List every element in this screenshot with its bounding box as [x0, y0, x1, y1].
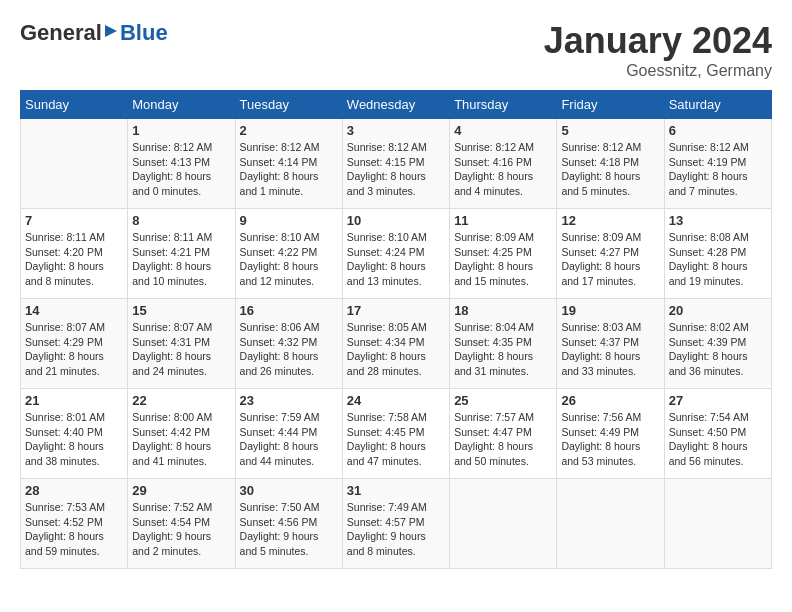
day-number: 20 — [669, 303, 767, 318]
calendar-cell: 2Sunrise: 8:12 AMSunset: 4:14 PMDaylight… — [235, 119, 342, 209]
day-number: 7 — [25, 213, 123, 228]
calendar-cell: 27Sunrise: 7:54 AMSunset: 4:50 PMDayligh… — [664, 389, 771, 479]
day-number: 18 — [454, 303, 552, 318]
day-number: 3 — [347, 123, 445, 138]
day-info: Sunrise: 8:00 AMSunset: 4:42 PMDaylight:… — [132, 411, 212, 467]
logo: General Blue — [20, 20, 168, 46]
calendar-cell: 20Sunrise: 8:02 AMSunset: 4:39 PMDayligh… — [664, 299, 771, 389]
day-info: Sunrise: 7:58 AMSunset: 4:45 PMDaylight:… — [347, 411, 427, 467]
weekday-header-row: SundayMondayTuesdayWednesdayThursdayFrid… — [21, 91, 772, 119]
day-number: 22 — [132, 393, 230, 408]
calendar-cell: 15Sunrise: 8:07 AMSunset: 4:31 PMDayligh… — [128, 299, 235, 389]
day-info: Sunrise: 8:01 AMSunset: 4:40 PMDaylight:… — [25, 411, 105, 467]
calendar-week-row: 14Sunrise: 8:07 AMSunset: 4:29 PMDayligh… — [21, 299, 772, 389]
day-number: 27 — [669, 393, 767, 408]
day-number: 19 — [561, 303, 659, 318]
weekday-header-saturday: Saturday — [664, 91, 771, 119]
calendar-cell: 7Sunrise: 8:11 AMSunset: 4:20 PMDaylight… — [21, 209, 128, 299]
day-number: 11 — [454, 213, 552, 228]
day-info: Sunrise: 7:59 AMSunset: 4:44 PMDaylight:… — [240, 411, 320, 467]
weekday-header-sunday: Sunday — [21, 91, 128, 119]
day-info: Sunrise: 7:53 AMSunset: 4:52 PMDaylight:… — [25, 501, 105, 557]
calendar-cell: 14Sunrise: 8:07 AMSunset: 4:29 PMDayligh… — [21, 299, 128, 389]
calendar-week-row: 7Sunrise: 8:11 AMSunset: 4:20 PMDaylight… — [21, 209, 772, 299]
day-info: Sunrise: 8:03 AMSunset: 4:37 PMDaylight:… — [561, 321, 641, 377]
calendar-cell: 13Sunrise: 8:08 AMSunset: 4:28 PMDayligh… — [664, 209, 771, 299]
day-number: 28 — [25, 483, 123, 498]
logo-general-text: General — [20, 20, 102, 46]
calendar-cell: 21Sunrise: 8:01 AMSunset: 4:40 PMDayligh… — [21, 389, 128, 479]
day-number: 6 — [669, 123, 767, 138]
day-info: Sunrise: 7:57 AMSunset: 4:47 PMDaylight:… — [454, 411, 534, 467]
calendar-header: SundayMondayTuesdayWednesdayThursdayFrid… — [21, 91, 772, 119]
calendar-cell: 24Sunrise: 7:58 AMSunset: 4:45 PMDayligh… — [342, 389, 449, 479]
day-info: Sunrise: 8:12 AMSunset: 4:15 PMDaylight:… — [347, 141, 427, 197]
calendar-cell: 16Sunrise: 8:06 AMSunset: 4:32 PMDayligh… — [235, 299, 342, 389]
weekday-header-friday: Friday — [557, 91, 664, 119]
weekday-header-monday: Monday — [128, 91, 235, 119]
svg-marker-0 — [105, 25, 117, 37]
calendar-cell: 30Sunrise: 7:50 AMSunset: 4:56 PMDayligh… — [235, 479, 342, 569]
day-number: 31 — [347, 483, 445, 498]
title-block: January 2024 Goessnitz, Germany — [544, 20, 772, 80]
day-info: Sunrise: 8:11 AMSunset: 4:20 PMDaylight:… — [25, 231, 105, 287]
calendar-body: 1Sunrise: 8:12 AMSunset: 4:13 PMDaylight… — [21, 119, 772, 569]
day-number: 9 — [240, 213, 338, 228]
day-number: 26 — [561, 393, 659, 408]
day-info: Sunrise: 8:04 AMSunset: 4:35 PMDaylight:… — [454, 321, 534, 377]
weekday-header-thursday: Thursday — [450, 91, 557, 119]
day-info: Sunrise: 8:12 AMSunset: 4:16 PMDaylight:… — [454, 141, 534, 197]
calendar-cell: 1Sunrise: 8:12 AMSunset: 4:13 PMDaylight… — [128, 119, 235, 209]
day-info: Sunrise: 8:09 AMSunset: 4:27 PMDaylight:… — [561, 231, 641, 287]
day-info: Sunrise: 8:11 AMSunset: 4:21 PMDaylight:… — [132, 231, 212, 287]
calendar-cell: 25Sunrise: 7:57 AMSunset: 4:47 PMDayligh… — [450, 389, 557, 479]
day-number: 14 — [25, 303, 123, 318]
calendar-cell: 11Sunrise: 8:09 AMSunset: 4:25 PMDayligh… — [450, 209, 557, 299]
day-info: Sunrise: 8:10 AMSunset: 4:24 PMDaylight:… — [347, 231, 427, 287]
logo-blue-text: Blue — [120, 20, 168, 46]
month-title: January 2024 — [544, 20, 772, 62]
location-text: Goessnitz, Germany — [544, 62, 772, 80]
calendar-week-row: 21Sunrise: 8:01 AMSunset: 4:40 PMDayligh… — [21, 389, 772, 479]
calendar-cell — [557, 479, 664, 569]
calendar-cell: 23Sunrise: 7:59 AMSunset: 4:44 PMDayligh… — [235, 389, 342, 479]
day-info: Sunrise: 8:09 AMSunset: 4:25 PMDaylight:… — [454, 231, 534, 287]
day-number: 1 — [132, 123, 230, 138]
day-number: 23 — [240, 393, 338, 408]
day-number: 24 — [347, 393, 445, 408]
calendar-cell: 17Sunrise: 8:05 AMSunset: 4:34 PMDayligh… — [342, 299, 449, 389]
calendar-cell: 9Sunrise: 8:10 AMSunset: 4:22 PMDaylight… — [235, 209, 342, 299]
day-number: 5 — [561, 123, 659, 138]
logo-arrow-icon — [103, 19, 119, 45]
day-info: Sunrise: 8:07 AMSunset: 4:29 PMDaylight:… — [25, 321, 105, 377]
day-number: 10 — [347, 213, 445, 228]
calendar-cell — [664, 479, 771, 569]
day-info: Sunrise: 8:05 AMSunset: 4:34 PMDaylight:… — [347, 321, 427, 377]
day-info: Sunrise: 8:08 AMSunset: 4:28 PMDaylight:… — [669, 231, 749, 287]
calendar-cell: 10Sunrise: 8:10 AMSunset: 4:24 PMDayligh… — [342, 209, 449, 299]
calendar-table: SundayMondayTuesdayWednesdayThursdayFrid… — [20, 90, 772, 569]
day-number: 2 — [240, 123, 338, 138]
calendar-cell — [21, 119, 128, 209]
day-info: Sunrise: 8:12 AMSunset: 4:14 PMDaylight:… — [240, 141, 320, 197]
calendar-cell: 6Sunrise: 8:12 AMSunset: 4:19 PMDaylight… — [664, 119, 771, 209]
weekday-header-tuesday: Tuesday — [235, 91, 342, 119]
day-info: Sunrise: 8:06 AMSunset: 4:32 PMDaylight:… — [240, 321, 320, 377]
day-info: Sunrise: 8:12 AMSunset: 4:18 PMDaylight:… — [561, 141, 641, 197]
day-number: 4 — [454, 123, 552, 138]
day-number: 30 — [240, 483, 338, 498]
day-number: 17 — [347, 303, 445, 318]
day-number: 21 — [25, 393, 123, 408]
calendar-cell: 3Sunrise: 8:12 AMSunset: 4:15 PMDaylight… — [342, 119, 449, 209]
day-info: Sunrise: 8:12 AMSunset: 4:13 PMDaylight:… — [132, 141, 212, 197]
calendar-cell: 22Sunrise: 8:00 AMSunset: 4:42 PMDayligh… — [128, 389, 235, 479]
day-info: Sunrise: 7:56 AMSunset: 4:49 PMDaylight:… — [561, 411, 641, 467]
calendar-cell: 31Sunrise: 7:49 AMSunset: 4:57 PMDayligh… — [342, 479, 449, 569]
day-number: 25 — [454, 393, 552, 408]
calendar-cell: 29Sunrise: 7:52 AMSunset: 4:54 PMDayligh… — [128, 479, 235, 569]
day-info: Sunrise: 7:52 AMSunset: 4:54 PMDaylight:… — [132, 501, 212, 557]
day-info: Sunrise: 7:54 AMSunset: 4:50 PMDaylight:… — [669, 411, 749, 467]
day-number: 13 — [669, 213, 767, 228]
day-info: Sunrise: 8:02 AMSunset: 4:39 PMDaylight:… — [669, 321, 749, 377]
calendar-cell: 18Sunrise: 8:04 AMSunset: 4:35 PMDayligh… — [450, 299, 557, 389]
